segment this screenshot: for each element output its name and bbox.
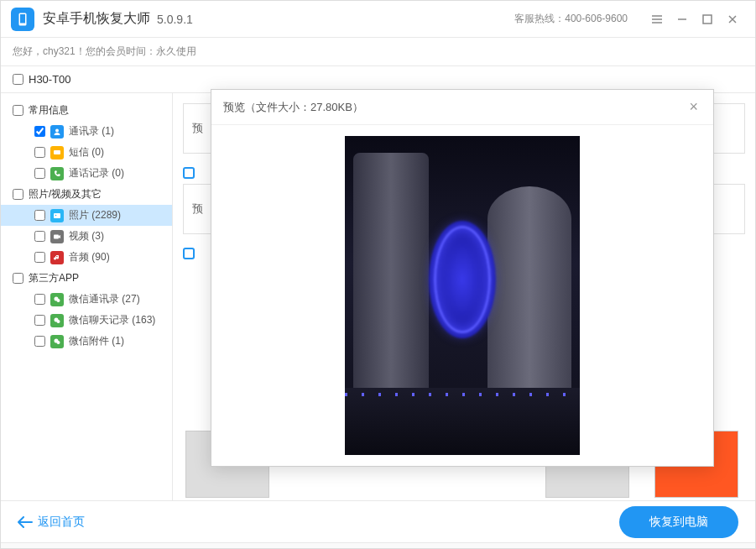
modal-close-button[interactable]: × bbox=[686, 98, 701, 116]
modal-header: 预览（文件大小：27.80KB） × bbox=[211, 90, 713, 125]
close-button[interactable] bbox=[720, 7, 745, 32]
calls-label: 通话记录 (0) bbox=[69, 166, 124, 180]
sms-label: 短信 (0) bbox=[69, 145, 104, 159]
group-thirdparty-checkbox[interactable] bbox=[13, 273, 23, 284]
modal-body bbox=[211, 125, 713, 466]
bottom-bar: 返回首页 恢复到电脑 bbox=[1, 500, 755, 542]
group-media[interactable]: 照片/视频及其它 bbox=[1, 184, 172, 205]
preview-modal: 预览（文件大小：27.80KB） × bbox=[211, 89, 714, 467]
titlebar: 安卓手机恢复大师 5.0.9.1 客服热线：400-606-9600 bbox=[1, 1, 755, 38]
videos-icon bbox=[50, 230, 64, 243]
audio-icon bbox=[50, 251, 64, 264]
sidebar-item-wechat-chats[interactable]: 微信聊天记录 (163) bbox=[1, 310, 172, 331]
group-common-checkbox[interactable] bbox=[13, 105, 23, 116]
restore-button[interactable]: 恢复到电脑 bbox=[619, 506, 738, 538]
svg-point-3 bbox=[55, 128, 59, 132]
sidebar: 常用信息 通讯录 (1) 短信 (0) 通话记录 (0) 照片/视频及其它 照片… bbox=[1, 93, 173, 500]
svg-rect-4 bbox=[54, 150, 60, 154]
audio-label: 音频 (90) bbox=[69, 250, 110, 264]
minimize-button[interactable] bbox=[670, 7, 695, 32]
sms-checkbox[interactable] bbox=[34, 147, 45, 158]
photos-label: 照片 (2289) bbox=[69, 208, 121, 222]
preview-image bbox=[345, 136, 580, 455]
svg-point-9 bbox=[57, 299, 60, 302]
photos-checkbox[interactable] bbox=[34, 210, 45, 221]
contacts-checkbox[interactable] bbox=[34, 126, 45, 137]
videos-label: 视频 (3) bbox=[69, 229, 104, 243]
videos-checkbox[interactable] bbox=[34, 231, 45, 242]
wechat-chats-label: 微信聊天记录 (163) bbox=[69, 313, 155, 327]
photos-icon bbox=[50, 209, 64, 222]
svg-rect-5 bbox=[54, 213, 60, 218]
contacts-icon bbox=[50, 125, 64, 139]
blue-checkbox-icon[interactable] bbox=[183, 248, 195, 259]
wechat-contacts-checkbox[interactable] bbox=[34, 294, 45, 305]
wechat-icon bbox=[50, 293, 64, 306]
greeting-text: 您好，chy321！您的会员时间：永久使用 bbox=[1, 38, 755, 66]
audio-checkbox[interactable] bbox=[34, 252, 45, 263]
maximize-button[interactable] bbox=[695, 7, 720, 32]
sidebar-item-sms[interactable]: 短信 (0) bbox=[1, 142, 172, 163]
sidebar-item-contacts[interactable]: 通讯录 (1) bbox=[1, 121, 172, 142]
wechat-chats-checkbox[interactable] bbox=[34, 315, 45, 326]
sms-icon bbox=[50, 146, 64, 159]
status-bar: 万能数据恢复大师 万能苹果恢复大师 QQ在线咨询 bbox=[1, 542, 755, 549]
device-name: H30-T00 bbox=[29, 73, 71, 86]
menu-button[interactable] bbox=[644, 7, 670, 32]
modal-title: 预览（文件大小：27.80KB） bbox=[223, 100, 363, 115]
svg-point-11 bbox=[57, 320, 60, 323]
group-thirdparty[interactable]: 第三方APP bbox=[1, 268, 172, 289]
app-logo-icon bbox=[11, 8, 34, 31]
wechat-icon bbox=[50, 314, 64, 327]
back-label: 返回首页 bbox=[38, 515, 85, 530]
group-media-checkbox[interactable] bbox=[13, 189, 23, 200]
back-button[interactable]: 返回首页 bbox=[18, 515, 85, 530]
calls-checkbox[interactable] bbox=[34, 168, 45, 179]
hotline-text: 客服热线：400-606-9600 bbox=[514, 12, 628, 26]
group-common-label: 常用信息 bbox=[29, 103, 69, 118]
app-version: 5.0.9.1 bbox=[157, 13, 193, 26]
group-common[interactable]: 常用信息 bbox=[1, 100, 172, 121]
sidebar-item-photos[interactable]: 照片 (2289) bbox=[1, 205, 172, 226]
svg-point-6 bbox=[55, 214, 57, 216]
sidebar-item-videos[interactable]: 视频 (3) bbox=[1, 226, 172, 247]
device-checkbox[interactable] bbox=[13, 74, 23, 85]
sidebar-item-calls[interactable]: 通话记录 (0) bbox=[1, 163, 172, 184]
sidebar-item-wechat-files[interactable]: 微信附件 (1) bbox=[1, 331, 172, 352]
calls-icon bbox=[50, 167, 64, 180]
wechat-files-label: 微信附件 (1) bbox=[69, 334, 124, 348]
sidebar-item-audio[interactable]: 音频 (90) bbox=[1, 247, 172, 268]
svg-rect-1 bbox=[20, 14, 25, 24]
sidebar-item-wechat-contacts[interactable]: 微信通讯录 (27) bbox=[1, 289, 172, 310]
app-title: 安卓手机恢复大师 bbox=[43, 10, 150, 28]
contacts-label: 通讯录 (1) bbox=[69, 124, 114, 139]
group-thirdparty-label: 第三方APP bbox=[29, 271, 79, 285]
svg-rect-7 bbox=[54, 234, 59, 238]
wechat-contacts-label: 微信通讯录 (27) bbox=[69, 292, 140, 306]
svg-point-13 bbox=[57, 341, 60, 344]
group-media-label: 照片/视频及其它 bbox=[29, 187, 102, 201]
blue-checkbox-icon[interactable] bbox=[183, 167, 195, 179]
wechat-icon bbox=[50, 335, 64, 348]
svg-rect-2 bbox=[703, 15, 712, 24]
wechat-files-checkbox[interactable] bbox=[34, 336, 45, 347]
